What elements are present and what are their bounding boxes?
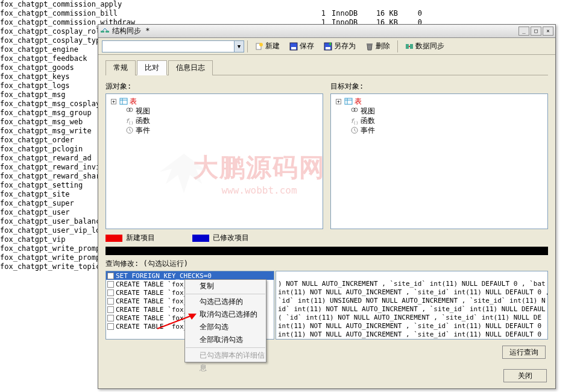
table-icon — [119, 97, 128, 106]
close-button[interactable]: ✕ — [543, 27, 553, 36]
query-list-left[interactable]: 复制 勾选已选择的 取消勾选已选择的 全部勾选 全部取消勾选 已勾选脚本的详细信… — [106, 271, 274, 340]
svg-rect-1 — [106, 31, 109, 33]
menu-uncheck-selected[interactable]: 取消勾选已选择的 — [185, 308, 266, 321]
swatch-modified — [192, 235, 209, 242]
divider-bar — [106, 247, 548, 255]
tab-log[interactable]: 信息日志 — [168, 60, 213, 75]
context-menu: 复制 勾选已选择的 取消勾选已选择的 全部勾选 全部取消勾选 已勾选脚本的详细信… — [184, 279, 266, 362]
titlebar[interactable]: 结构同步 * _ □ ✕ — [98, 25, 555, 38]
profile-combo[interactable]: ▼ — [102, 40, 244, 52]
menu-check-all[interactable]: 全部勾选 — [185, 321, 266, 334]
tab-general[interactable]: 常规 — [106, 60, 136, 75]
checkbox[interactable] — [107, 298, 114, 305]
expand-icon[interactable]: + — [336, 99, 341, 104]
svg-rect-5 — [291, 47, 296, 49]
query-list-right[interactable]: ) NOT NULL AUTO_INCREMENT , `site_id` in… — [276, 271, 548, 340]
minimize-button[interactable]: _ — [518, 27, 529, 36]
function-icon: f() — [125, 116, 134, 125]
svg-rect-7 — [326, 47, 330, 49]
menu-uncheck-all[interactable]: 全部取消勾选 — [185, 334, 266, 346]
checkbox[interactable] — [107, 281, 114, 288]
maximize-button[interactable]: □ — [531, 27, 541, 36]
view-icon — [125, 107, 134, 115]
svg-rect-8 — [367, 43, 373, 45]
delete-button[interactable]: 删除 — [361, 40, 394, 53]
tab-strip: 常规 比对 信息日志 — [106, 60, 548, 75]
save-icon — [289, 42, 298, 51]
query-detail-row — [276, 271, 547, 280]
target-tree[interactable]: +表 视图 f()函数 事件 — [330, 93, 548, 229]
saveas-icon — [324, 42, 332, 51]
svg-point-3 — [259, 43, 263, 46]
view-icon — [350, 107, 359, 115]
toolbar: ▼ 新建 保存 另存为 删除 数据同步 — [98, 38, 555, 55]
source-label: 源对象: — [106, 81, 323, 92]
function-icon: f() — [350, 116, 359, 125]
menu-copy[interactable]: 复制 — [185, 280, 266, 292]
new-button[interactable]: 新建 — [251, 40, 284, 53]
query-detail-row: ( `id` int(11) NOT NULL AUTO_INCREMENT ,… — [276, 314, 547, 322]
svg-point-23 — [354, 108, 358, 112]
query-detail-row: int(11) NOT NULL AUTO_INCREMENT , `site_… — [276, 288, 547, 297]
source-tree[interactable]: +表 视图 f()函数 事件 — [106, 93, 323, 229]
svg-rect-10 — [410, 44, 413, 49]
tab-compare[interactable]: 比对 — [137, 60, 167, 75]
checkbox[interactable] — [107, 289, 114, 296]
checkbox[interactable] — [107, 323, 114, 330]
target-label: 目标对象: — [330, 81, 548, 92]
sync-icon — [405, 42, 414, 51]
close-dialog-button[interactable]: 关闭 — [503, 369, 547, 382]
run-query-button[interactable]: 运行查询 — [502, 346, 546, 359]
checkbox[interactable] — [107, 315, 114, 321]
query-detail-row: int(11) NOT NULL AUTO_INCREMENT , `site_… — [276, 330, 547, 339]
data-sync-button[interactable]: 数据同步 — [401, 40, 449, 53]
query-row[interactable]: SET FOREIGN_KEY_CHECKS=0 — [106, 271, 274, 280]
trash-icon — [365, 42, 374, 51]
svg-rect-0 — [101, 31, 104, 33]
checkbox[interactable] — [107, 273, 114, 279]
query-detail-row: `id` int(11) UNSIGNED NOT NULL AUTO_INCR… — [276, 297, 547, 305]
table-icon — [344, 97, 353, 106]
new-icon — [255, 42, 263, 51]
svg-rect-9 — [406, 44, 409, 49]
save-button[interactable]: 保存 — [285, 40, 318, 53]
legend: 新建项目 已修改项目 — [106, 233, 548, 243]
query-detail-row: int(11) NOT NULL AUTO_INCREMENT , `site_… — [276, 322, 547, 330]
table-row[interactable]: fox_chatgpt_commission_bill1InnoDB16 KB0 — [0, 9, 579, 18]
saveas-button[interactable]: 另存为 — [320, 40, 360, 53]
event-icon — [350, 126, 359, 134]
query-detail-row: ) NOT NULL AUTO_INCREMENT , `site_id` in… — [276, 280, 547, 288]
svg-point-15 — [129, 108, 133, 112]
chevron-down-icon[interactable]: ▼ — [234, 41, 244, 52]
expand-icon[interactable]: + — [111, 99, 116, 104]
svg-rect-11 — [120, 98, 127, 104]
svg-text:(): () — [353, 121, 358, 125]
structure-sync-dialog: 结构同步 * _ □ ✕ ▼ 新建 保存 另存为 删除 数据同步 常规 比对 信… — [98, 24, 556, 389]
event-icon — [125, 126, 134, 134]
svg-text:(): () — [128, 121, 133, 125]
swatch-new — [106, 235, 122, 242]
checkbox[interactable] — [107, 306, 114, 313]
query-label: 查询修改: (勾选以运行) — [106, 259, 548, 269]
table-row[interactable]: fox_chatgpt_commission_apply — [0, 0, 579, 9]
dialog-title: 结构同步 * — [112, 26, 517, 36]
menu-details: 已勾选脚本的详细信息 — [185, 349, 266, 362]
menu-check-selected[interactable]: 勾选已选择的 — [185, 296, 266, 308]
svg-rect-19 — [345, 98, 352, 104]
app-icon — [100, 27, 110, 36]
query-detail-row: id` int(11) NOT NULL AUTO_INCREMENT , `s… — [276, 305, 547, 314]
